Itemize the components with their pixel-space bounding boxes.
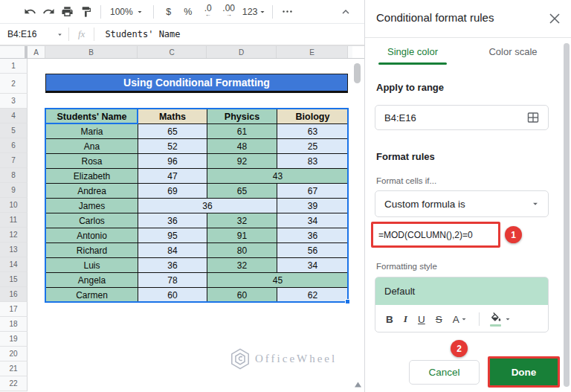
table-cell[interactable]: 80 [207,243,277,258]
table-header-cell[interactable]: Students' Name [46,109,138,124]
table-cell[interactable]: 36 [138,213,207,228]
range-input[interactable]: B4:E16 [375,105,549,130]
panel-scrollbar-thumb[interactable] [564,43,570,387]
row-header-10[interactable]: 10 [0,198,28,213]
redo-icon[interactable] [39,2,58,21]
table-cell[interactable]: 34 [277,258,349,273]
row-header-9[interactable]: 9 [0,183,28,198]
select-data-range-icon[interactable] [527,112,539,123]
done-button[interactable]: Done [490,359,558,385]
table-cell[interactable]: Rosa [46,154,138,169]
table-cell[interactable]: Ana [46,139,138,154]
column-header-A[interactable]: A [28,46,45,58]
row-header-19[interactable]: 19 [0,332,28,347]
table-cell[interactable]: 36 [138,199,277,213]
row-header-1[interactable]: 1 [0,59,28,74]
strikethrough-button[interactable]: S [436,314,442,325]
tab-single-color[interactable]: Single color [378,46,447,57]
table-cell[interactable]: 65 [207,184,277,199]
table-cell[interactable]: Antonio [46,228,138,243]
table-cell[interactable]: 39 [277,199,349,213]
zoom-select[interactable]: 100% [106,7,148,17]
row-header-6[interactable]: 6 [0,138,28,153]
row-header-14[interactable]: 14 [0,257,28,272]
table-cell[interactable]: Andrea [46,184,138,199]
table-cell[interactable]: 34 [277,213,349,228]
table-cell[interactable]: 78 [138,273,207,288]
paint-format-icon[interactable] [77,2,95,21]
column-header-D[interactable]: D [207,46,277,58]
collapse-toolbar-icon[interactable] [339,5,352,19]
table-cell[interactable]: James [46,199,138,213]
close-icon[interactable] [549,13,560,24]
row-header-22[interactable]: 22 [0,376,28,391]
title-banner-cell[interactable]: Using Conditional Formatting [45,74,348,93]
table-cell[interactable]: 61 [207,124,277,139]
fill-handle[interactable] [345,299,350,304]
row-header-17[interactable]: 17 [0,302,28,317]
table-cell[interactable]: 69 [138,184,207,199]
table-header-cell[interactable]: Physics [207,109,277,124]
more-options-icon[interactable] [278,2,297,21]
cancel-button[interactable]: Cancel [409,360,480,385]
row-header-12[interactable]: 12 [0,228,28,242]
row-header-7[interactable]: 7 [0,153,28,168]
table-cell[interactable]: Elizabeth [46,169,138,184]
tab-color-scale[interactable]: Color scale [484,46,542,57]
condition-dropdown[interactable]: Custom formula is [375,190,549,217]
currency-format-button[interactable]: $ [159,7,178,17]
table-header-cell[interactable]: Biology [277,109,349,124]
row-header-20[interactable]: 20 [0,347,28,362]
number-format-button[interactable]: 123 [242,7,267,17]
table-cell[interactable]: Carmen [46,288,138,303]
table-cell[interactable]: 60 [138,288,207,303]
select-all-corner[interactable] [0,46,28,58]
table-cell[interactable]: Maria [46,124,138,139]
table-cell[interactable]: 62 [277,288,349,303]
row-header-3[interactable]: 3 [0,94,28,109]
table-cell[interactable]: 95 [138,228,207,243]
row-header-11[interactable]: 11 [0,213,28,228]
row-header-5[interactable]: 5 [0,123,28,138]
row-header-16[interactable]: 16 [0,287,28,302]
row-header-2[interactable]: 2 [0,74,28,94]
table-cell[interactable]: 83 [277,154,349,169]
column-header-C[interactable]: C [138,46,207,58]
undo-icon[interactable] [21,2,39,21]
table-cell[interactable]: 92 [207,154,277,169]
italic-button[interactable]: I [404,313,407,325]
bold-button[interactable]: B [386,314,393,325]
row-header-13[interactable]: 13 [0,242,28,257]
table-cell[interactable]: Richard [46,243,138,258]
table-cell[interactable]: 43 [207,169,349,184]
table-cell[interactable]: 52 [138,139,207,154]
scroll-up-arrow-icon[interactable] [355,382,361,388]
formula-bar-content[interactable]: Students' Name [99,29,180,39]
row-header-8[interactable]: 8 [0,168,28,183]
table-header-cell[interactable]: Maths [138,109,207,124]
print-icon[interactable] [58,2,77,21]
table-cell[interactable]: 91 [207,228,277,243]
table-cell[interactable]: 96 [138,154,207,169]
table-cell[interactable]: 47 [138,169,207,184]
table-cell[interactable]: 84 [138,243,207,258]
text-color-button[interactable]: A [453,314,468,325]
table-cell[interactable]: 48 [207,139,277,154]
table-cell[interactable]: 67 [277,184,349,199]
table-cell[interactable]: 36 [138,258,207,273]
row-header-21[interactable]: 21 [0,362,28,376]
table-cell[interactable]: 32 [207,213,277,228]
decrease-decimal-button[interactable]: .0 ← [198,4,219,19]
percent-format-button[interactable]: % [178,7,198,17]
row-header-18[interactable]: 18 [0,317,28,332]
row-header-15[interactable]: 15 [0,272,28,287]
custom-formula-input[interactable]: =MOD(COLUMN(),2)=0 [371,222,500,248]
column-header-E[interactable]: E [277,46,348,58]
table-cell[interactable]: Angela [46,273,138,288]
name-box[interactable]: B4:E16 [0,29,64,39]
table-cell[interactable]: 65 [138,124,207,139]
sheet-scrollbar-thumb[interactable] [354,63,361,83]
table-cell[interactable]: Carlos [46,213,138,228]
table-cell[interactable]: 36 [277,228,349,243]
row-header-4[interactable]: 4 [0,109,28,123]
